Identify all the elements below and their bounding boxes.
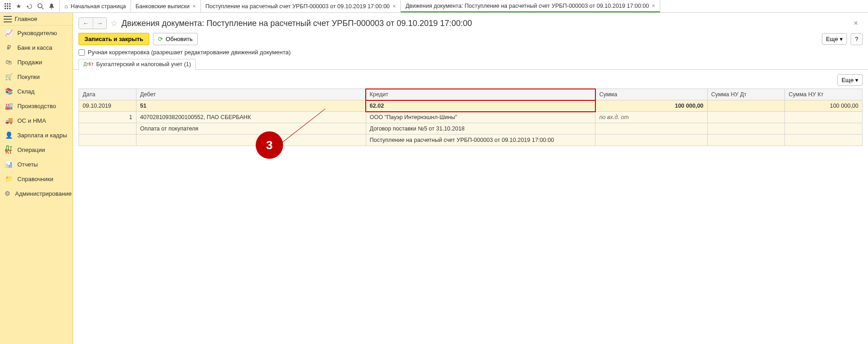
col-date[interactable]: Дата (79, 89, 137, 100)
sheet-tabs: ДтКт Бухгалтерский и налоговый учет (1) (73, 58, 868, 70)
sidebar-item-purchases[interactable]: 🛒Покупки (0, 69, 73, 84)
top-toolbar: ★ ⌂ Начальная страница Банковские выписк… (0, 0, 868, 13)
svg-rect-0 (5, 3, 6, 5)
cell-debit-sub: 40702810938200100552, ПАО СБЕРБАНК (136, 112, 366, 123)
cell-sum-note: по вх.д. от (595, 112, 707, 123)
sidebar-main[interactable]: Главное (0, 13, 73, 26)
cell-sum-nu-dt (707, 100, 785, 112)
svg-rect-5 (9, 5, 11, 7)
svg-rect-4 (7, 5, 8, 7)
box-icon: 🛍 (5, 58, 13, 66)
sidebar: Главное 📈Руководителю ₽Банк и касса 🛍Про… (0, 13, 73, 344)
sidebar-item-manager[interactable]: 📈Руководителю (0, 26, 73, 40)
tab-label: Начальная страница (71, 3, 126, 10)
tab-label: Банковские выписки (136, 3, 189, 10)
tab-bank-statements[interactable]: Банковские выписки × (131, 0, 201, 12)
manual-label: Ручная корректировка (разрешает редактир… (88, 49, 291, 56)
manual-checkbox[interactable] (79, 49, 85, 56)
sidebar-item-label: Администрирование (15, 190, 72, 197)
search-icon[interactable] (36, 1, 46, 11)
sidebar-item-production[interactable]: 🏭Производство (0, 99, 73, 113)
save-close-button[interactable]: Записать и закрыть (79, 33, 149, 45)
home-icon: ⌂ (64, 3, 68, 10)
close-icon[interactable]: × (393, 3, 396, 10)
table-row[interactable]: Оплата от покупателя Договор поставки №5… (79, 123, 863, 135)
table-row[interactable]: 09.10.2019 51 62.02 100 000,00 100 000,0… (79, 100, 863, 112)
close-icon[interactable]: × (652, 2, 655, 9)
sidebar-item-sales[interactable]: 🛍Продажи (0, 55, 73, 69)
sidebar-item-admin[interactable]: ⚙Администрирование (0, 186, 73, 201)
col-credit[interactable]: Кредит (366, 89, 595, 100)
table-header-row: Дата Дебет Кредит Сумма Сумма НУ Дт Сумм… (79, 89, 863, 100)
refresh-icon: ⟳ (158, 36, 163, 42)
stack-icon: 📚 (5, 88, 13, 95)
cell-n: 1 (79, 112, 137, 123)
apps-icon[interactable] (3, 1, 13, 11)
cell-credit-sub: ООО "Пауэр Интернэшнл-Шины" (366, 112, 595, 123)
truck-icon: 🚚 (5, 117, 13, 124)
help-button[interactable]: ? (851, 33, 863, 45)
back-button[interactable]: ← (79, 18, 93, 29)
star-icon[interactable]: ★ (14, 1, 24, 11)
sidebar-item-reports[interactable]: 📊Отчеты (0, 157, 73, 172)
col-sum[interactable]: Сумма (595, 89, 707, 100)
cart-icon: 🛒 (5, 73, 13, 80)
sidebar-item-directories[interactable]: 📁Справочники (0, 172, 73, 186)
sidebar-main-label: Главное (15, 16, 37, 22)
tab-label: Поступление на расчетный счет УРБП-00000… (205, 3, 390, 10)
folder-icon: 📁 (5, 175, 13, 182)
window-tabs: ⌂ Начальная страница Банковские выписки … (60, 0, 868, 12)
cell-sum-nu-kt: 100 000,00 (785, 100, 863, 112)
table-row[interactable]: 1 40702810938200100552, ПАО СБЕРБАНК ООО… (79, 112, 863, 123)
refresh-label: Обновить (166, 36, 193, 42)
bars-icon: 📊 (5, 161, 13, 168)
refresh-button[interactable]: ⟳Обновить (153, 33, 198, 45)
sidebar-item-warehouse[interactable]: 📚Склад (0, 84, 73, 99)
svg-rect-7 (7, 8, 8, 9)
page-title: Движения документа: Поступление на расче… (121, 19, 472, 28)
tab-home[interactable]: ⌂ Начальная страница (60, 0, 131, 12)
chart-icon: 📈 (5, 29, 13, 36)
tab-receipt[interactable]: Поступление на расчетный счет УРБП-00000… (201, 0, 401, 12)
svg-rect-3 (5, 5, 6, 7)
tab-movements[interactable]: Движения документа: Поступление на расче… (401, 0, 660, 12)
sidebar-item-label: Отчеты (17, 161, 38, 168)
forward-button[interactable]: → (93, 18, 106, 29)
ruble-icon: ₽ (5, 44, 13, 51)
svg-line-10 (42, 7, 43, 9)
cell-debit-acc: 51 (136, 100, 366, 112)
grid-more-button[interactable]: Еще ▾ (837, 74, 863, 86)
nav-buttons: ← → (79, 17, 107, 29)
close-icon[interactable]: × (854, 19, 863, 27)
svg-rect-2 (9, 3, 11, 5)
col-debit[interactable]: Дебет (136, 89, 366, 100)
col-sum-nu-kt[interactable]: Сумма НУ Кт (785, 89, 863, 100)
gear-icon: ⚙ (5, 190, 11, 197)
dtkt-icon: ДтКт (84, 63, 94, 66)
sidebar-item-label: Продажи (17, 59, 42, 66)
history-icon[interactable] (25, 1, 35, 11)
more-button[interactable]: Еще ▾ (822, 33, 847, 45)
sidebar-item-operations[interactable]: ДтКтОперации (0, 142, 73, 157)
svg-point-9 (38, 4, 42, 8)
sidebar-item-hr[interactable]: 👤Зарплата и кадры (0, 128, 73, 142)
person-icon: 👤 (5, 131, 13, 139)
burger-icon (4, 16, 12, 22)
bell-icon[interactable] (47, 1, 57, 11)
entries-table: Дата Дебет Кредит Сумма Сумма НУ Дт Сумм… (79, 89, 863, 146)
page-header: ← → ☆ Движения документа: Поступление на… (73, 13, 868, 33)
grid-wrap: Еще ▾ Дата Дебет Кредит Сумма Сумма НУ Д… (73, 70, 868, 151)
sidebar-item-label: Руководителю (17, 30, 57, 36)
sidebar-item-label: Зарплата и кадры (17, 132, 67, 139)
cell-debit-sub: Оплата от покупателя (136, 123, 366, 135)
table-row[interactable]: Поступление на расчетный счет УРБП-00000… (79, 135, 863, 146)
sidebar-item-label: Производство (17, 103, 56, 109)
sidebar-item-assets[interactable]: 🚚ОС и НМА (0, 113, 73, 128)
close-icon[interactable]: × (192, 3, 196, 10)
sheet-tab-accounting[interactable]: ДтКт Бухгалтерский и налоговый учет (1) (79, 59, 196, 70)
col-sum-nu-dt[interactable]: Сумма НУ Дт (707, 89, 785, 100)
cell-credit-acc: 62.02 (366, 100, 595, 112)
cell-credit-sub: Договор поставки №5 от 31.10.2018 (366, 123, 595, 135)
sidebar-item-bank[interactable]: ₽Банк и касса (0, 40, 73, 55)
favorite-star-icon[interactable]: ☆ (110, 18, 118, 28)
